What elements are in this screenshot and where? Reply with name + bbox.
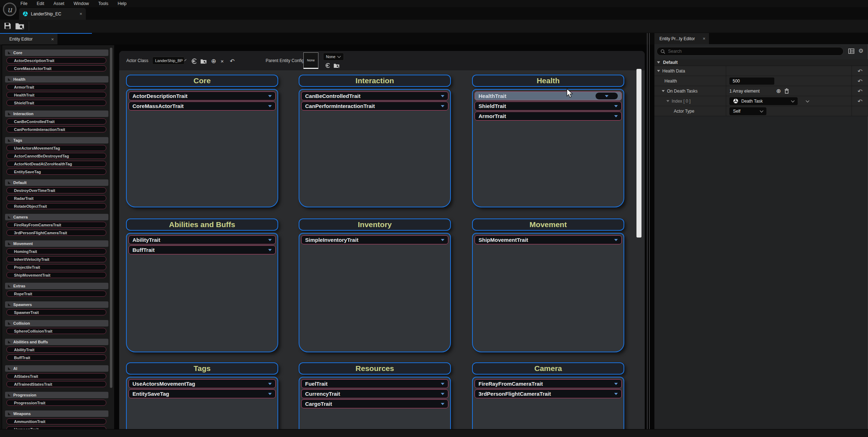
palette-trait-coremassactortrait[interactable]: CoreMassActorTrait [6,65,106,71]
main-canvas-scrollbar[interactable] [636,69,641,238]
panel-splitter[interactable] [649,33,650,429]
palette-trait-useactorsmovementtag[interactable]: UseActorsMovementTag [6,145,106,151]
trait-row-actordescriptiontrait[interactable]: ActorDescriptionTrait [129,91,276,100]
parent-config-thumbnail[interactable]: None [303,52,318,69]
menu-file[interactable]: File [20,1,27,6]
palette-trait-firerayfromcameratrait[interactable]: FireRayFromCameraTrait [6,222,106,228]
tab-entity-property-editor[interactable]: Entity Pr...ty Editor × [654,33,709,44]
section-default[interactable]: Default [654,59,868,66]
browse-asset-button[interactable] [15,22,24,30]
palette-trait-bufftrait[interactable]: BuffTrait [6,354,106,361]
tab-landership-ec[interactable]: LanderShip_EC × [19,8,86,20]
save-button[interactable] [4,22,11,30]
trait-row-shieldtrait[interactable]: ShieldTrait [475,102,622,111]
trait-row-currencytrait[interactable]: CurrencyTrait [301,389,448,398]
property-editor-tab-close-icon[interactable]: × [703,36,705,41]
palette-group-header-ai[interactable]: AI [5,365,108,372]
menu-help[interactable]: Help [118,1,127,6]
palette-trait-entitysavetag[interactable]: EntitySaveTag [6,169,106,175]
palette-group-header-extras[interactable]: Extras [5,283,108,289]
expander-down-icon[interactable] [662,90,665,92]
entity-editor-tab-close-icon[interactable]: × [51,37,54,42]
actor-class-dropdown[interactable]: LanderShip_BP [152,57,185,65]
palette-trait-3rdpersonflightcameratrait[interactable]: 3rdPersonFlightCameraTrait [6,230,106,236]
unreal-engine-logo-icon[interactable]: u [3,2,17,17]
trait-row-fueltrait[interactable]: FuelTrait [301,379,448,388]
palette-trait-inheritvelocitytrait[interactable]: InheritVelocityTrait [6,256,106,262]
palette-trait-actornotdeadatzerohealthtag[interactable]: ActorNotDeadAtZeroHealthTag [6,161,106,167]
palette-trait-homingtrait[interactable]: HomingTrait [6,248,106,254]
trait-row-firerayfromcameratrait[interactable]: FireRayFromCameraTrait [475,379,622,388]
tab-entity-editor[interactable]: Entity Editor × [0,34,57,44]
undo-button[interactable]: ↶ [229,58,235,64]
asset-tab-close-icon[interactable]: × [79,11,82,16]
palette-group-header-movement[interactable]: Movement [5,240,108,247]
menu-asset[interactable]: Asset [53,1,64,6]
palette-group-header-progression[interactable]: Progression [5,392,108,398]
expander-down-icon[interactable] [666,100,669,102]
browse-to-asset-button[interactable] [200,58,207,64]
trait-row-abilitytrait[interactable]: AbilityTrait [129,235,276,244]
trait-row-useactorsmovementtag[interactable]: UseActorsMovementTag [129,379,276,388]
dropdown-actor-type[interactable]: Self [729,107,766,115]
palette-trait-abilitytrait[interactable]: AbilityTrait [6,347,106,353]
trait-row-healthtrait[interactable]: HealthTrait [475,91,622,100]
palette-trait-harpoontrait[interactable]: HarpoonTrait [6,426,106,429]
gear-icon[interactable]: ⚙ [858,47,863,54]
parent-config-dropdown[interactable]: None [323,53,344,61]
palette-group-header-health[interactable]: Health [5,76,108,83]
trait-row-3rdpersonflightcameratrait[interactable]: 3rdPersonFlightCameraTrait [475,389,622,398]
parent-use-selected-button[interactable] [325,62,331,69]
menu-window[interactable]: Window [74,1,89,6]
palette-trait-shieldtrait[interactable]: ShieldTrait [6,100,106,106]
expander-down-icon[interactable] [657,61,660,64]
trait-row-bufftrait[interactable]: BuffTrait [129,245,276,254]
palette-trait-armortrait[interactable]: ArmorTrait [6,84,106,90]
palette-trait-actordescriptiontrait[interactable]: ActorDescriptionTrait [6,57,106,64]
palette-trait-shipmovementtrait[interactable]: ShipMovementTrait [6,272,106,278]
panel-splitter[interactable] [647,33,648,429]
palette-group-header-tags[interactable]: Tags [5,137,108,144]
expander-down-icon[interactable] [657,70,660,72]
trait-row-cargotrait[interactable]: CargoTrait [301,399,448,408]
trait-row-entitysavetag[interactable]: EntitySaveTag [129,389,276,398]
palette-trait-radartrait[interactable]: RadarTrait [6,195,106,201]
menu-edit[interactable]: Edit [37,1,44,6]
trait-row-shipmovementtrait[interactable]: ShipMovementTrait [475,235,622,244]
reset-to-default-button[interactable]: ↶ [857,68,862,74]
reset-to-default-button[interactable]: ↶ [857,78,862,84]
palette-trait-aistatestrait[interactable]: AIStatesTrait [6,373,106,379]
palette-trait-healthtrait[interactable]: HealthTrait [6,92,106,98]
trash-icon[interactable] [784,88,789,94]
sidebar-scrollbar[interactable] [110,48,112,388]
trait-row-armortrait[interactable]: ArmorTrait [475,112,622,121]
palette-trait-rotateobjecttrait[interactable]: RotateObjectTrait [6,203,106,209]
palette-group-header-default[interactable]: Default [5,179,108,186]
palette-group-header-abilities-and-buffs[interactable]: Abilities and Buffs [5,339,108,345]
search-input[interactable]: Search [657,47,844,56]
palette-trait-spherecollisiontrait[interactable]: SphereCollisionTrait [6,328,106,334]
palette-group-header-spawners[interactable]: Spawners [5,301,108,308]
palette-trait-ropetrait[interactable]: RopeTrait [6,291,106,297]
reset-to-default-button[interactable]: ↶ [857,88,862,94]
palette-trait-projectiletrait[interactable]: ProjectileTrait [6,264,106,270]
value-input-health[interactable]: 500 [729,77,774,85]
palette-group-header-interaction[interactable]: Interaction [5,111,108,117]
palette-trait-ammunitiontrait[interactable]: AmmunitionTrait [6,418,106,424]
add-trait-button[interactable]: ⊕ [210,58,217,64]
trait-row-canbecontrolledtrait[interactable]: CanBeControlledTrait [301,91,448,100]
trait-row-coremassactortrait[interactable]: CoreMassActorTrait [129,102,276,111]
add-element-icon[interactable]: ⊕ [776,88,781,94]
palette-trait-spawnertrait[interactable]: SpawnerTrait [6,309,106,315]
palette-group-header-weapons[interactable]: Weapons [5,410,108,417]
palette-group-header-core[interactable]: Core [5,50,108,56]
clear-button[interactable]: ×︎ [219,58,225,64]
trait-options-pill[interactable] [596,93,618,99]
palette-trait-destroyovertimetrait[interactable]: DestroyOverTimeTrait [6,187,106,193]
trait-row-simpleinventorytrait[interactable]: SimpleInventoryTrait [301,235,448,244]
trait-row-canperforminteractiontrait[interactable]: CanPerformInteractionTrait [301,102,448,111]
palette-trait-progressiontrait[interactable]: ProgressionTrait [6,400,106,406]
details-view-icon[interactable] [848,48,854,54]
class-dropdown-death-task[interactable]: Death Task [729,97,798,105]
palette-group-header-camera[interactable]: Camera [5,214,108,220]
